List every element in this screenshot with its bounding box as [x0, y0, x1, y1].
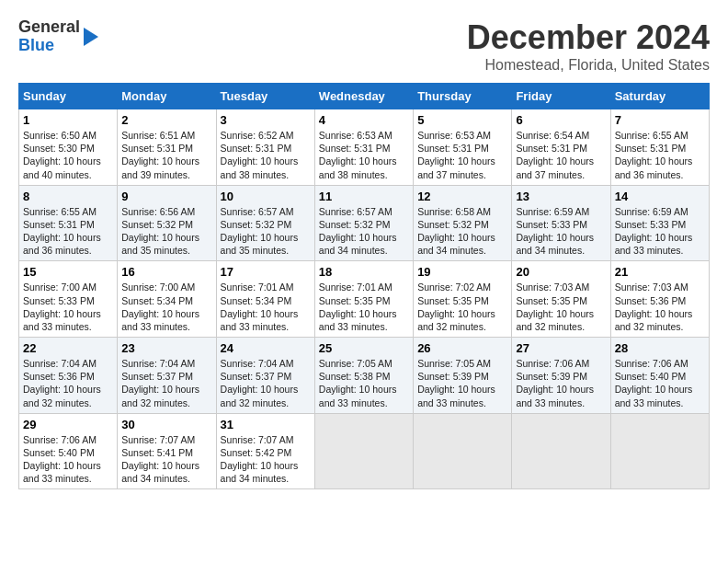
calendar-cell — [414, 413, 512, 489]
logo-line2: Blue — [18, 37, 80, 55]
cell-info: Sunrise: 7:01 AMSunset: 5:35 PMDaylight:… — [319, 282, 397, 332]
cell-info: Sunrise: 6:57 AMSunset: 5:32 PMDaylight:… — [319, 206, 397, 257]
cell-info: Sunrise: 7:00 AMSunset: 5:34 PMDaylight:… — [121, 282, 199, 332]
cell-info: Sunrise: 7:03 AMSunset: 5:35 PMDaylight:… — [516, 282, 594, 332]
calendar-cell: 17Sunrise: 7:01 AMSunset: 5:34 PMDayligh… — [216, 261, 314, 338]
day-number: 17 — [221, 265, 311, 279]
calendar-cell: 19Sunrise: 7:02 AMSunset: 5:35 PMDayligh… — [414, 261, 512, 338]
cell-info: Sunrise: 7:00 AMSunset: 5:33 PMDaylight:… — [23, 282, 101, 332]
day-number: 14 — [615, 190, 705, 203]
cell-info: Sunrise: 7:06 AMSunset: 5:40 PMDaylight:… — [23, 434, 101, 485]
cell-info: Sunrise: 7:04 AMSunset: 5:36 PMDaylight:… — [23, 358, 101, 408]
calendar-cell: 5Sunrise: 6:53 AMSunset: 5:31 PMDaylight… — [414, 109, 512, 186]
calendar-cell — [610, 413, 709, 489]
cell-info: Sunrise: 6:50 AMSunset: 5:30 PMDaylight:… — [23, 130, 101, 180]
calendar-cell: 2Sunrise: 6:51 AMSunset: 5:31 PMDaylight… — [118, 109, 216, 186]
calendar-cell: 31Sunrise: 7:07 AMSunset: 5:42 PMDayligh… — [216, 413, 314, 489]
cell-info: Sunrise: 6:53 AMSunset: 5:31 PMDaylight:… — [417, 130, 495, 180]
cell-info: Sunrise: 7:07 AMSunset: 5:42 PMDaylight:… — [221, 434, 299, 485]
calendar-cell: 10Sunrise: 6:57 AMSunset: 5:32 PMDayligh… — [216, 185, 314, 261]
calendar-cell: 29Sunrise: 7:06 AMSunset: 5:40 PMDayligh… — [19, 413, 118, 489]
day-number: 8 — [23, 190, 113, 203]
day-number: 30 — [121, 418, 211, 431]
cell-info: Sunrise: 7:07 AMSunset: 5:41 PMDaylight:… — [121, 434, 199, 485]
cell-info: Sunrise: 6:51 AMSunset: 5:31 PMDaylight:… — [121, 130, 199, 180]
cell-info: Sunrise: 7:06 AMSunset: 5:40 PMDaylight:… — [615, 358, 693, 408]
calendar-cell: 30Sunrise: 7:07 AMSunset: 5:41 PMDayligh… — [118, 413, 216, 489]
cell-info: Sunrise: 6:59 AMSunset: 5:33 PMDaylight:… — [516, 206, 594, 257]
header-saturday: Saturday — [610, 84, 709, 109]
calendar-cell: 7Sunrise: 6:55 AMSunset: 5:31 PMDaylight… — [610, 109, 709, 186]
cell-info: Sunrise: 7:03 AMSunset: 5:36 PMDaylight:… — [615, 282, 693, 332]
cell-info: Sunrise: 6:59 AMSunset: 5:33 PMDaylight:… — [615, 206, 693, 257]
day-number: 5 — [417, 113, 507, 127]
day-number: 10 — [221, 190, 311, 203]
day-number: 18 — [319, 265, 409, 279]
cell-info: Sunrise: 6:58 AMSunset: 5:32 PMDaylight:… — [417, 206, 495, 257]
cell-info: Sunrise: 7:02 AMSunset: 5:35 PMDaylight:… — [417, 282, 495, 332]
logo-line1: General — [18, 18, 80, 37]
calendar-cell: 11Sunrise: 6:57 AMSunset: 5:32 PMDayligh… — [314, 185, 413, 261]
cell-info: Sunrise: 7:05 AMSunset: 5:38 PMDaylight:… — [319, 358, 397, 408]
calendar-cell: 20Sunrise: 7:03 AMSunset: 5:35 PMDayligh… — [512, 261, 610, 338]
day-number: 9 — [121, 190, 211, 203]
header-monday: Monday — [118, 84, 216, 109]
calendar-cell: 28Sunrise: 7:06 AMSunset: 5:40 PMDayligh… — [610, 338, 709, 414]
calendar-cell: 8Sunrise: 6:55 AMSunset: 5:31 PMDaylight… — [19, 185, 118, 261]
day-number: 6 — [516, 113, 606, 127]
cell-info: Sunrise: 6:57 AMSunset: 5:32 PMDaylight:… — [221, 206, 299, 257]
header-wednesday: Wednesday — [314, 84, 413, 109]
header-sunday: Sunday — [19, 84, 118, 109]
day-number: 24 — [221, 341, 311, 355]
calendar-header-row: SundayMondayTuesdayWednesdayThursdayFrid… — [19, 84, 710, 109]
calendar-cell: 26Sunrise: 7:05 AMSunset: 5:39 PMDayligh… — [414, 338, 512, 414]
calendar-week-row: 15Sunrise: 7:00 AMSunset: 5:33 PMDayligh… — [19, 261, 710, 338]
day-number: 31 — [221, 418, 311, 431]
logo-text: General Blue — [18, 18, 80, 55]
header-tuesday: Tuesday — [216, 84, 314, 109]
cell-info: Sunrise: 7:06 AMSunset: 5:39 PMDaylight:… — [516, 358, 594, 408]
calendar-cell: 4Sunrise: 6:53 AMSunset: 5:31 PMDaylight… — [314, 109, 413, 186]
day-number: 12 — [417, 190, 507, 203]
day-number: 25 — [319, 341, 409, 355]
day-number: 19 — [417, 265, 507, 279]
day-number: 20 — [516, 265, 606, 279]
calendar-cell: 9Sunrise: 6:56 AMSunset: 5:32 PMDaylight… — [118, 185, 216, 261]
calendar-cell: 22Sunrise: 7:04 AMSunset: 5:36 PMDayligh… — [19, 338, 118, 414]
calendar-cell: 13Sunrise: 6:59 AMSunset: 5:33 PMDayligh… — [512, 185, 610, 261]
calendar-week-row: 29Sunrise: 7:06 AMSunset: 5:40 PMDayligh… — [19, 413, 710, 489]
day-number: 27 — [516, 341, 606, 355]
calendar-cell: 1Sunrise: 6:50 AMSunset: 5:30 PMDaylight… — [19, 109, 118, 186]
cell-info: Sunrise: 6:56 AMSunset: 5:32 PMDaylight:… — [121, 206, 199, 257]
calendar-cell: 18Sunrise: 7:01 AMSunset: 5:35 PMDayligh… — [314, 261, 413, 338]
day-number: 1 — [23, 113, 113, 127]
day-number: 4 — [319, 113, 409, 127]
calendar-cell — [314, 413, 413, 489]
calendar-cell: 16Sunrise: 7:00 AMSunset: 5:34 PMDayligh… — [118, 261, 216, 338]
title-area: December 2024 Homestead, Florida, United… — [467, 18, 710, 74]
day-number: 13 — [516, 190, 606, 203]
calendar-cell: 3Sunrise: 6:52 AMSunset: 5:31 PMDaylight… — [216, 109, 314, 186]
calendar-cell: 23Sunrise: 7:04 AMSunset: 5:37 PMDayligh… — [118, 338, 216, 414]
cell-info: Sunrise: 7:04 AMSunset: 5:37 PMDaylight:… — [221, 358, 299, 408]
cell-info: Sunrise: 6:54 AMSunset: 5:31 PMDaylight:… — [516, 130, 594, 180]
day-number: 21 — [615, 265, 705, 279]
day-number: 16 — [121, 265, 211, 279]
calendar-week-row: 1Sunrise: 6:50 AMSunset: 5:30 PMDaylight… — [19, 109, 710, 186]
calendar-cell: 21Sunrise: 7:03 AMSunset: 5:36 PMDayligh… — [610, 261, 709, 338]
day-number: 15 — [23, 265, 113, 279]
page-header: General Blue December 2024 Homestead, Fl… — [18, 18, 710, 74]
calendar-cell: 12Sunrise: 6:58 AMSunset: 5:32 PMDayligh… — [414, 185, 512, 261]
subtitle: Homestead, Florida, United States — [467, 57, 710, 74]
calendar-cell: 27Sunrise: 7:06 AMSunset: 5:39 PMDayligh… — [512, 338, 610, 414]
calendar-week-row: 22Sunrise: 7:04 AMSunset: 5:36 PMDayligh… — [19, 338, 710, 414]
calendar-cell — [512, 413, 610, 489]
calendar-cell: 25Sunrise: 7:05 AMSunset: 5:38 PMDayligh… — [314, 338, 413, 414]
calendar-week-row: 8Sunrise: 6:55 AMSunset: 5:31 PMDaylight… — [19, 185, 710, 261]
day-number: 28 — [615, 341, 705, 355]
calendar-cell: 14Sunrise: 6:59 AMSunset: 5:33 PMDayligh… — [610, 185, 709, 261]
cell-info: Sunrise: 6:53 AMSunset: 5:31 PMDaylight:… — [319, 130, 397, 180]
logo: General Blue — [18, 18, 98, 55]
cell-info: Sunrise: 6:52 AMSunset: 5:31 PMDaylight:… — [221, 130, 299, 180]
calendar-table: SundayMondayTuesdayWednesdayThursdayFrid… — [18, 83, 710, 489]
